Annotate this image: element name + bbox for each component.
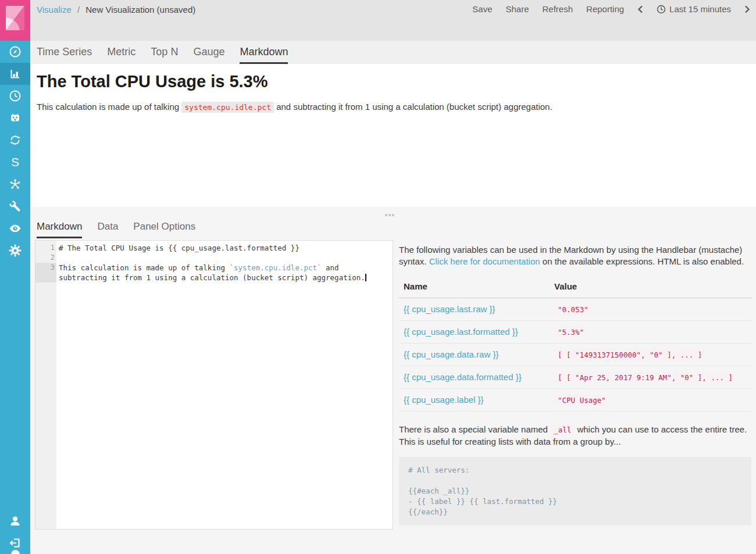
panel-tab-data[interactable]: Data (97, 221, 118, 238)
variables-table: Name Value {{ cpu_usage.last.raw }} "0.0… (399, 276, 751, 412)
column-header-name: Name (399, 276, 550, 298)
editor-panel: Markdown Data Panel Options 1 ▾ 2 3 # Th… (30, 207, 756, 554)
compass-icon (8, 45, 22, 59)
sidebar-item-logging[interactable]: S (0, 151, 30, 173)
variable-value: [ [ "1493137150000", "0" ], ... ] (554, 349, 705, 361)
description-text-before: This calculation is made up of talking (37, 102, 181, 112)
editor-line-3-wrap: subtracting it from 1 using a calculatio… (59, 273, 393, 283)
variable-link[interactable]: {{ cpu_usage.last.formatted }} (404, 327, 518, 337)
tab-top-n[interactable]: Top N (151, 46, 178, 64)
sidebar-item-management[interactable] (0, 240, 30, 262)
chevron-left-icon (637, 5, 643, 13)
bar-chart-icon (8, 67, 22, 81)
variable-value: "CPU Usage" (554, 394, 609, 406)
markdown-help-panel: The following variables can be used in t… (399, 244, 751, 526)
sync-icon (8, 133, 22, 147)
timepicker-button[interactable]: Last 15 minutes (657, 4, 731, 14)
variable-value: "5.3%" (554, 326, 587, 338)
special-variable-note: There is also a special variable named _… (399, 424, 751, 448)
breadcrumb-separator: / (77, 5, 80, 15)
kibana-logo[interactable] (0, 0, 30, 41)
preview-heading: The Total CPU Usage is 5.3% (37, 72, 756, 91)
text-cursor (365, 274, 366, 281)
sidebar-item-graph[interactable] (0, 129, 30, 151)
example-line: - {{ label }} {{ last.formatted }} (408, 496, 742, 507)
viz-type-tabbar: Time Series Metric Top N Gauge Markdown (30, 41, 756, 64)
reporting-button[interactable]: Reporting (586, 4, 624, 14)
gutter-line-3: 3 (35, 263, 56, 273)
editor-line-3: This calculation is made up of talking `… (59, 263, 393, 273)
sidebar-item-discover[interactable] (0, 41, 30, 63)
editor-inline-code: `system.cpu.idle.pct` (230, 263, 322, 272)
user-icon (8, 514, 22, 528)
ml-face-icon (8, 111, 22, 125)
sidebar-item-account[interactable] (0, 510, 30, 532)
breadcrumb-visualize-link[interactable]: Visualize (37, 5, 72, 15)
tab-gauge[interactable]: Gauge (193, 46, 224, 64)
logging-s-icon: S (11, 155, 19, 169)
graph-network-icon (8, 177, 22, 191)
description-code-chip: system.cpu.idle.pct (181, 102, 274, 113)
gutter-line-2: 2 (35, 253, 56, 263)
markdown-preview-pane: The Total CPU Usage is 5.3% This calcula… (30, 64, 756, 207)
wrench-icon (8, 199, 22, 213)
sidebar-item-apm[interactable] (0, 173, 30, 195)
header-actions: Save Share Refresh Reporting Last 15 min… (472, 4, 750, 14)
clock-icon (8, 89, 22, 103)
breadcrumb-page-title: New Visualization (unsaved) (85, 5, 195, 15)
sidebar-item-monitoring[interactable] (0, 217, 30, 240)
gutter-line-3-wrap (35, 273, 56, 283)
tab-time-series[interactable]: Time Series (37, 46, 92, 64)
panel-tab-panel-options[interactable]: Panel Options (133, 221, 195, 238)
gear-icon (8, 244, 22, 258)
variable-value: [ [ "Apr 25, 2017 9:19 AM", "0" ], ... ] (554, 371, 736, 384)
gutter-line-1[interactable]: 1 ▾ (35, 243, 56, 253)
time-back-button[interactable] (637, 5, 643, 13)
fold-arrow-icon[interactable]: ▾ (58, 244, 60, 253)
editor-line-1: # The Total CPU Usage is {{ cpu_usage.la… (59, 243, 393, 253)
sidebar-item-dev-tools[interactable] (0, 195, 30, 217)
timepicker-label: Last 15 minutes (669, 4, 731, 14)
time-forward-button[interactable] (744, 5, 750, 13)
example-line (408, 476, 742, 486)
variable-link[interactable]: {{ cpu_usage.label }} (404, 395, 484, 405)
editor-gutter: 1 ▾ 2 3 (35, 241, 56, 529)
example-line: # All servers: (408, 465, 742, 476)
variable-link[interactable]: {{ cpu_usage.data.formatted }} (404, 372, 522, 382)
kibana-logo-icon (0, 0, 30, 41)
panel-resize-handle[interactable] (383, 212, 397, 219)
table-row: {{ cpu_usage.last.formatted }} "5.3%" (399, 321, 751, 344)
markdown-code-editor[interactable]: 1 ▾ 2 3 # The Total CPU Usage is {{ cpu_… (35, 240, 393, 530)
column-header-value: Value (550, 276, 751, 298)
chevron-right-icon (744, 5, 750, 13)
tab-metric[interactable]: Metric (107, 46, 135, 64)
documentation-link[interactable]: Click here for documentation (429, 256, 540, 266)
help-intro: The following variables can be used in t… (399, 244, 751, 267)
example-line: {{/each}} (408, 507, 742, 517)
all-variable-chip: _all (550, 424, 575, 436)
table-row: {{ cpu_usage.label }} "CPU Usage" (399, 389, 751, 412)
save-button[interactable]: Save (472, 4, 492, 14)
sidebar-item-machine-learning[interactable] (0, 107, 30, 129)
app-sidebar: S (0, 0, 30, 554)
share-button[interactable]: Share (505, 4, 529, 14)
panel-tab-markdown[interactable]: Markdown (37, 221, 82, 238)
eye-icon (8, 221, 22, 235)
example-line: {{#each _all}} (408, 486, 742, 496)
sidebar-item-visualize[interactable] (0, 63, 30, 85)
description-text-after: and subtracting it from 1 using a calcul… (274, 102, 552, 112)
editor-line-2 (59, 253, 393, 263)
editor-content[interactable]: # The Total CPU Usage is {{ cpu_usage.la… (56, 241, 393, 529)
variable-link[interactable]: {{ cpu_usage.data.raw }} (404, 349, 498, 359)
table-row: {{ cpu_usage.last.raw }} "0.053" (399, 298, 751, 321)
table-row: {{ cpu_usage.data.raw }} [ [ "1493137150… (399, 344, 751, 366)
example-code-block: # All servers: {{#each _all}} - {{ label… (399, 457, 751, 526)
sidebar-item-timelion[interactable] (0, 85, 30, 107)
breadcrumb: Visualize / New Visualization (unsaved) (37, 5, 195, 15)
tab-markdown[interactable]: Markdown (240, 46, 288, 64)
logout-icon (8, 536, 22, 550)
variable-link[interactable]: {{ cpu_usage.last.raw }} (404, 304, 495, 314)
clock-icon (657, 5, 666, 14)
refresh-button[interactable]: Refresh (543, 4, 573, 14)
top-header: Visualize / New Visualization (unsaved) … (30, 0, 756, 41)
